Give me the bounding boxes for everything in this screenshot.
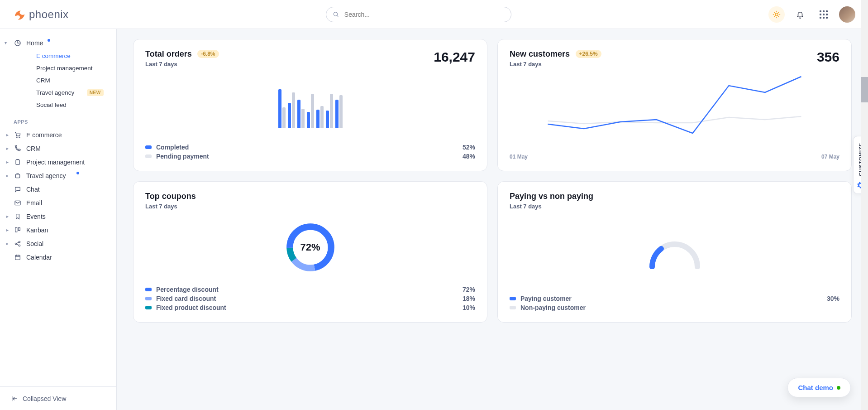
card-subtitle: Last 7 days (145, 203, 475, 210)
pending-pct: 48% (463, 153, 475, 160)
customers-line-chart: 01 May 07 May (510, 68, 839, 154)
sidebar-app-travel-agency[interactable]: ▸Travel agency (0, 169, 116, 183)
brand-name: phoenix (29, 8, 69, 21)
legend-completed: Completed 52% (145, 143, 475, 152)
chat-demo-label: Chat demo (798, 384, 833, 391)
chevron-right-icon: ▸ (6, 241, 9, 246)
svg-line-21 (16, 242, 19, 244)
legend-fixed-card: Fixed card discount 18% (145, 294, 475, 303)
theme-toggle-button[interactable] (768, 6, 785, 23)
collapsed-view-label: Collapsed View (23, 395, 66, 402)
sidebar-app-social[interactable]: ▸Social (0, 237, 116, 251)
legend-pending: Pending payment 48% (145, 152, 475, 161)
svg-rect-17 (18, 228, 20, 231)
card-new-customers: New customers +26.5% Last 7 days 356 01 … (497, 39, 852, 171)
orders-value: 16,247 (434, 49, 475, 65)
customers-value: 356 (817, 49, 839, 65)
chat-icon (14, 185, 22, 193)
vertical-scrollbar[interactable] (861, 0, 868, 410)
sidebar-app-events[interactable]: ▸Events (0, 210, 116, 223)
card-title: New customers (510, 49, 570, 59)
grid-icon (820, 10, 828, 19)
coupons-donut-chart: 72% (145, 218, 475, 277)
chevron-right-icon: ▸ (6, 159, 9, 164)
scrollbar-thumb[interactable] (861, 77, 868, 102)
search-icon (333, 11, 339, 18)
svg-rect-13 (16, 160, 19, 165)
card-subtitle: Last 7 days (145, 61, 219, 68)
svg-line-8 (778, 16, 779, 17)
paying-gauge-chart (510, 218, 839, 286)
sidebar-app-project-management[interactable]: ▸Project management (0, 155, 116, 169)
sidebar-home[interactable]: ▾ Home (0, 36, 116, 50)
completed-pct: 52% (463, 144, 475, 151)
notifications-button[interactable] (792, 6, 808, 23)
new-badge: NEW (87, 89, 104, 96)
orders-bar-chart (145, 76, 475, 135)
svg-rect-16 (15, 228, 17, 232)
sidebar-app-crm[interactable]: ▸CRM (0, 142, 116, 155)
apps-grid-button[interactable] (816, 6, 832, 23)
legend-paying-customer: Paying customer 30% (510, 294, 839, 303)
sidebar-item-crm[interactable]: CRM (0, 74, 116, 87)
chevron-right-icon: ▸ (6, 227, 9, 232)
sidebar-item-travel-agency[interactable]: Travel agency NEW (0, 87, 116, 99)
sidebar-app-chat[interactable]: Chat (0, 183, 116, 196)
sidebar-item-ecommerce[interactable]: E commerce (0, 50, 116, 62)
chat-demo-button[interactable]: Chat demo (787, 378, 851, 397)
card-top-coupons: Top coupons Last 7 days 72% (133, 181, 487, 323)
paying-pct: 30% (827, 295, 839, 302)
collapsed-view-toggle[interactable]: Collapsed View (0, 386, 116, 410)
share-icon (14, 240, 22, 248)
card-paying-vs-nonpaying: Paying vs non paying Last 7 days Paying … (497, 181, 852, 323)
sidebar-item-project-management[interactable]: Project management (0, 62, 116, 74)
chevron-right-icon: ▸ (6, 132, 9, 137)
chevron-right-icon: ▸ (6, 214, 9, 219)
legend-fixed-product: Fixed product discount 10% (145, 303, 475, 312)
svg-line-10 (778, 12, 779, 12)
card-title: Paying vs non paying (510, 192, 593, 201)
chevron-right-icon: ▸ (6, 146, 9, 151)
sidebar-item-social-feed[interactable]: Social feed (0, 99, 116, 111)
cart-icon (14, 131, 22, 139)
phoenix-logo-icon (13, 8, 25, 21)
clipboard-icon (14, 158, 22, 166)
bookmark-icon (14, 212, 22, 221)
card-total-orders: Total orders -6.8% Last 7 days 16,247 Co… (133, 39, 487, 171)
svg-line-9 (774, 16, 775, 17)
sidebar-home-children: E commerce Project management CRM Travel… (0, 50, 116, 111)
brand[interactable]: phoenix (13, 8, 69, 21)
sidebar-app-calendar[interactable]: Calendar (0, 251, 116, 264)
main-content: Total orders -6.8% Last 7 days 16,247 Co… (117, 29, 868, 410)
sun-icon (773, 10, 781, 19)
search-box[interactable] (326, 7, 511, 22)
pie-icon (14, 39, 22, 47)
card-subtitle: Last 7 days (510, 203, 839, 210)
x-axis-start: 01 May (510, 154, 528, 160)
card-title: Total orders (145, 49, 192, 59)
search-input[interactable] (343, 10, 505, 19)
mail-icon (14, 199, 22, 207)
svg-line-22 (16, 244, 19, 246)
chevron-right-icon: ▸ (6, 173, 9, 178)
card-subtitle: Last 7 days (510, 61, 601, 68)
legend-nonpaying-customer: Non-paying customer (510, 303, 839, 312)
svg-line-7 (774, 12, 775, 12)
donut-center-value: 72% (283, 220, 338, 275)
sidebar-app-email[interactable]: Email (0, 196, 116, 210)
sidebar-app-kanban[interactable]: ▸Kanban (0, 223, 116, 237)
sidebar: ▾ Home E commerce Project management CRM… (0, 29, 117, 410)
sidebar-app-ecommerce[interactable]: ▸E commerce (0, 128, 116, 142)
new-indicator-dot (48, 39, 50, 42)
svg-point-11 (16, 137, 17, 138)
bell-icon (796, 10, 804, 19)
svg-point-12 (19, 137, 20, 138)
svg-point-0 (334, 12, 337, 16)
delta-badge: +26.5% (576, 50, 601, 58)
calendar-icon (14, 253, 22, 261)
svg-rect-14 (15, 174, 19, 178)
legend-percentage-discount: Percentage discount 72% (145, 285, 475, 294)
new-indicator-dot (76, 172, 79, 174)
user-avatar[interactable] (839, 6, 855, 23)
card-title: Top coupons (145, 192, 196, 201)
